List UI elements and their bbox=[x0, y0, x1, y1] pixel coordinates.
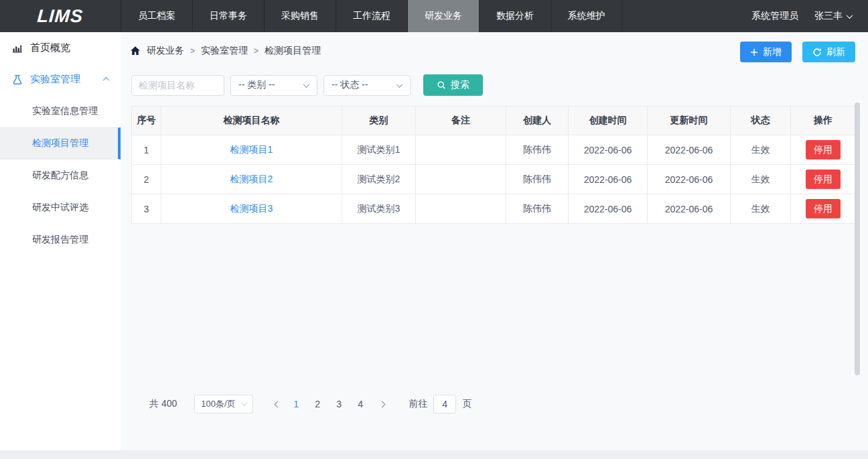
chevron-up-icon bbox=[103, 77, 110, 84]
col-created-time: 创建时间 bbox=[569, 107, 648, 135]
page-unit-label: 页 bbox=[462, 398, 472, 410]
cell-index: 2 bbox=[132, 165, 161, 194]
chevron-right-icon bbox=[378, 401, 385, 407]
table-row: 3 检测项目3 测试类别3 陈伟伟 2022-06-06 2022-06-06 … bbox=[132, 194, 856, 224]
status-select[interactable]: -- 状态 -- bbox=[323, 75, 411, 96]
cell-remark bbox=[416, 165, 506, 194]
top-navbar: LIMS 员工档案 日常事务 采购销售 工作流程 研发业务 数据分析 系统维护 … bbox=[0, 0, 868, 32]
page-number-2[interactable]: 2 bbox=[309, 399, 326, 409]
col-index: 序号 bbox=[132, 107, 161, 135]
plus-icon bbox=[750, 48, 758, 56]
cell-creator: 陈伟伟 bbox=[506, 135, 569, 165]
cell-remark bbox=[416, 194, 506, 224]
cell-index: 3 bbox=[132, 194, 161, 224]
pagination: 共 400 100条/页 1 2 3 4 前往 页 bbox=[149, 395, 472, 413]
goto-page-input[interactable] bbox=[433, 395, 456, 413]
page-number-3[interactable]: 3 bbox=[330, 399, 348, 409]
project-name-input[interactable] bbox=[131, 75, 224, 96]
sidebar-item-rd-formula-info[interactable]: 研发配方信息 bbox=[0, 159, 121, 192]
app-root: LIMS 员工档案 日常事务 采购销售 工作流程 研发业务 数据分析 系统维护 … bbox=[0, 0, 868, 459]
page-number-1[interactable]: 1 bbox=[287, 399, 305, 409]
status-badge: 生效 bbox=[731, 165, 791, 194]
nav-tab-data-analysis[interactable]: 数据分析 bbox=[479, 0, 551, 32]
sidebar-item-rd-pilot-selection[interactable]: 研发中试评选 bbox=[0, 192, 121, 224]
col-creator: 创建人 bbox=[506, 107, 569, 135]
chevron-down-icon bbox=[303, 81, 310, 88]
nav-tab-daily-affairs[interactable]: 日常事务 bbox=[192, 0, 264, 32]
test-project-table: 序号 检测项目名称 类别 备注 创建人 创建时间 更新时间 状态 操作 bbox=[131, 106, 855, 224]
page-number-4[interactable]: 4 bbox=[352, 399, 369, 409]
navbar-user-area: 系统管理员 张三丰 bbox=[751, 0, 868, 32]
project-link[interactable]: 检测项目3 bbox=[230, 203, 273, 214]
sidebar-item-lab-info-management[interactable]: 实验室信息管理 bbox=[0, 95, 121, 127]
toolbar-actions: 新增 刷新 bbox=[740, 42, 855, 62]
page-size-select[interactable]: 100条/页 bbox=[194, 395, 253, 413]
refresh-icon bbox=[812, 48, 822, 57]
cell-updated: 2022-06-06 bbox=[648, 194, 731, 224]
status-badge: 生效 bbox=[731, 194, 791, 224]
table-row: 2 检测项目2 测试类别2 陈伟伟 2022-06-06 2022-06-06 … bbox=[132, 165, 856, 194]
sidebar: 首页概览 实验室管理 实验室信息管理 检测项目管理 研发配方信息 研发中试评选 … bbox=[0, 32, 121, 450]
cell-created: 2022-06-06 bbox=[569, 165, 648, 194]
cell-created: 2022-06-06 bbox=[569, 194, 648, 224]
cell-category: 测试类别3 bbox=[342, 194, 416, 224]
col-category: 类别 bbox=[342, 107, 416, 135]
col-status: 状态 bbox=[731, 107, 791, 135]
disable-button[interactable]: 停用 bbox=[806, 199, 841, 218]
breadcrumb-item[interactable]: 实验室管理 bbox=[201, 45, 248, 57]
user-role-label: 系统管理员 bbox=[751, 10, 798, 22]
nav-tabs: 员工档案 日常事务 采购销售 工作流程 研发业务 数据分析 系统维护 bbox=[121, 0, 622, 32]
category-select[interactable]: -- 类别 -- bbox=[230, 75, 317, 96]
app-logo: LIMS bbox=[0, 0, 122, 32]
col-updated-time: 更新时间 bbox=[648, 107, 731, 135]
nav-tab-purchase-sales[interactable]: 采购销售 bbox=[264, 0, 336, 32]
nav-tab-workflow[interactable]: 工作流程 bbox=[336, 0, 407, 32]
search-button[interactable]: 搜索 bbox=[423, 74, 483, 96]
sidebar-item-home-overview[interactable]: 首页概览 bbox=[0, 32, 121, 64]
disable-button[interactable]: 停用 bbox=[806, 170, 841, 189]
refresh-button[interactable]: 刷新 bbox=[802, 42, 855, 62]
breadcrumb: 研发业务 > 实验室管理 > 检测项目管理 bbox=[130, 40, 321, 62]
cell-updated: 2022-06-06 bbox=[648, 135, 731, 165]
cell-updated: 2022-06-06 bbox=[648, 165, 731, 194]
cell-remark bbox=[416, 135, 506, 165]
table-header-row: 序号 检测项目名称 类别 备注 创建人 创建时间 更新时间 状态 操作 bbox=[132, 107, 856, 135]
bar-chart-icon bbox=[12, 43, 23, 54]
sidebar-item-rd-report-management[interactable]: 研发报告管理 bbox=[0, 224, 121, 256]
col-actions: 操作 bbox=[791, 107, 856, 135]
breadcrumb-item[interactable]: 研发业务 bbox=[147, 45, 184, 57]
status-badge: 生效 bbox=[731, 135, 791, 165]
main-panel: 研发业务 > 实验室管理 > 检测项目管理 新增 刷新 -- 类 bbox=[121, 32, 868, 450]
sidebar-item-test-project-management[interactable]: 检测项目管理 bbox=[0, 127, 121, 159]
cell-category: 测试类别2 bbox=[342, 165, 416, 194]
total-count-label: 共 400 bbox=[149, 398, 177, 410]
nav-tab-employee-archive[interactable]: 员工档案 bbox=[121, 0, 192, 32]
prev-page-button[interactable] bbox=[269, 395, 285, 413]
cell-category: 测试类别1 bbox=[342, 135, 416, 165]
nav-tab-rd-business[interactable]: 研发业务 bbox=[407, 0, 479, 32]
disable-button[interactable]: 停用 bbox=[806, 140, 841, 159]
table-row: 1 检测项目1 测试类别1 陈伟伟 2022-06-06 2022-06-06 … bbox=[132, 135, 856, 165]
home-icon[interactable] bbox=[130, 46, 141, 56]
breadcrumb-separator: > bbox=[190, 46, 195, 56]
breadcrumb-item[interactable]: 检测项目管理 bbox=[265, 45, 321, 57]
user-name-label: 张三丰 bbox=[814, 10, 843, 22]
next-page-button[interactable] bbox=[374, 395, 390, 413]
vertical-scrollbar[interactable] bbox=[855, 103, 860, 375]
cell-created: 2022-06-06 bbox=[569, 135, 648, 165]
nav-tab-system-maintenance[interactable]: 系统维护 bbox=[551, 0, 622, 32]
flask-icon bbox=[12, 74, 23, 85]
cell-creator: 陈伟伟 bbox=[506, 194, 569, 224]
content-row: 首页概览 实验室管理 实验室信息管理 检测项目管理 研发配方信息 研发中试评选 … bbox=[0, 32, 868, 450]
goto-label: 前往 bbox=[409, 398, 427, 410]
sidebar-group-lab-management[interactable]: 实验室管理 bbox=[0, 64, 121, 95]
search-icon bbox=[437, 80, 446, 90]
user-menu[interactable]: 张三丰 bbox=[814, 10, 852, 22]
project-link[interactable]: 检测项目2 bbox=[230, 174, 273, 184]
breadcrumb-separator: > bbox=[254, 46, 259, 56]
project-link[interactable]: 检测项目1 bbox=[230, 144, 273, 155]
chevron-down-icon bbox=[396, 81, 403, 88]
add-button[interactable]: 新增 bbox=[740, 42, 792, 62]
cell-index: 1 bbox=[132, 135, 161, 165]
chevron-down-icon bbox=[847, 12, 853, 19]
